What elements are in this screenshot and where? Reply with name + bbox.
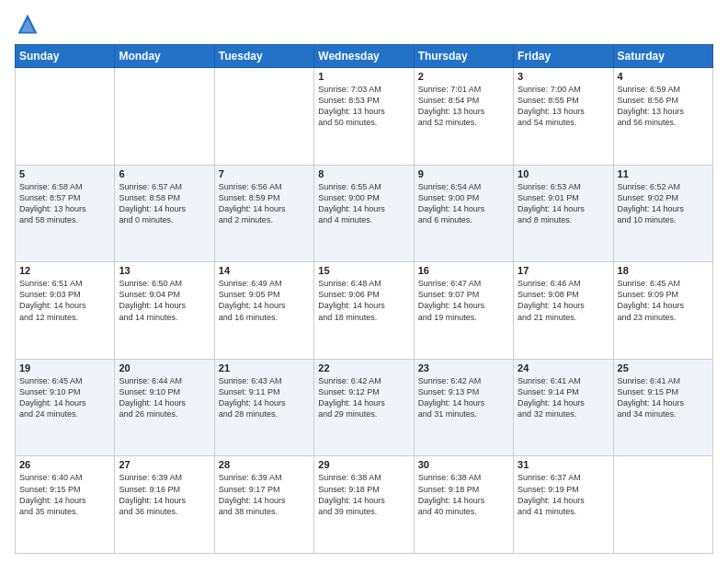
day-info: Sunrise: 7:00 AM Sunset: 8:55 PM Dayligh… [518,84,609,129]
day-info: Sunrise: 6:42 AM Sunset: 9:12 PM Dayligh… [318,375,409,420]
calendar-cell: 7Sunrise: 6:56 AM Sunset: 8:59 PM Daylig… [214,165,313,262]
day-number: 4 [618,71,709,82]
calendar-cell: 12Sunrise: 6:51 AM Sunset: 9:03 PM Dayli… [16,262,115,360]
week-row-1: 1Sunrise: 7:03 AM Sunset: 8:53 PM Daylig… [16,68,713,166]
calendar-cell: 3Sunrise: 7:00 AM Sunset: 8:55 PM Daylig… [514,68,613,166]
day-number: 28 [219,459,310,470]
day-number: 3 [518,71,609,82]
day-number: 19 [19,362,110,373]
day-info: Sunrise: 7:01 AM Sunset: 8:54 PM Dayligh… [418,84,509,129]
calendar-cell: 9Sunrise: 6:54 AM Sunset: 9:00 PM Daylig… [414,165,513,262]
calendar-cell: 28Sunrise: 6:39 AM Sunset: 9:17 PM Dayli… [214,456,313,554]
day-info: Sunrise: 6:53 AM Sunset: 9:01 PM Dayligh… [518,181,609,226]
day-number: 7 [219,168,310,179]
calendar-cell: 15Sunrise: 6:48 AM Sunset: 9:06 PM Dayli… [314,262,414,360]
day-number: 1 [318,71,409,82]
day-info: Sunrise: 6:56 AM Sunset: 8:59 PM Dayligh… [219,181,310,226]
day-info: Sunrise: 6:50 AM Sunset: 9:04 PM Dayligh… [119,278,210,323]
calendar-cell: 13Sunrise: 6:50 AM Sunset: 9:04 PM Dayli… [115,262,214,360]
day-number: 15 [318,265,409,276]
day-info: Sunrise: 6:37 AM Sunset: 9:19 PM Dayligh… [518,472,609,517]
calendar-cell: 18Sunrise: 6:45 AM Sunset: 9:09 PM Dayli… [613,262,712,360]
weekday-monday: Monday [115,45,214,68]
weekday-saturday: Saturday [613,45,712,68]
day-number: 21 [219,362,310,373]
logo-icon [15,11,40,37]
day-number: 23 [418,362,509,373]
day-number: 24 [518,362,609,373]
day-info: Sunrise: 6:38 AM Sunset: 9:18 PM Dayligh… [318,472,409,517]
logo [15,11,44,37]
day-info: Sunrise: 6:57 AM Sunset: 8:58 PM Dayligh… [119,181,210,226]
calendar-cell: 8Sunrise: 6:55 AM Sunset: 9:00 PM Daylig… [314,165,414,262]
day-number: 14 [219,265,310,276]
week-row-5: 26Sunrise: 6:40 AM Sunset: 9:15 PM Dayli… [16,456,713,554]
day-number: 22 [318,362,409,373]
day-number: 2 [418,71,509,82]
day-number: 29 [318,459,409,470]
calendar-cell: 14Sunrise: 6:49 AM Sunset: 9:05 PM Dayli… [214,262,313,360]
calendar-cell [613,456,712,554]
day-info: Sunrise: 6:47 AM Sunset: 9:07 PM Dayligh… [418,278,509,323]
day-info: Sunrise: 6:54 AM Sunset: 9:00 PM Dayligh… [418,181,509,226]
calendar-cell: 25Sunrise: 6:41 AM Sunset: 9:15 PM Dayli… [613,359,712,456]
weekday-header-row: SundayMondayTuesdayWednesdayThursdayFrid… [16,45,713,68]
day-info: Sunrise: 6:46 AM Sunset: 9:08 PM Dayligh… [518,278,609,323]
day-info: Sunrise: 7:03 AM Sunset: 8:53 PM Dayligh… [318,84,409,129]
calendar-cell: 4Sunrise: 6:59 AM Sunset: 8:56 PM Daylig… [613,68,712,166]
day-number: 20 [119,362,210,373]
day-number: 27 [119,459,210,470]
day-number: 31 [518,459,609,470]
calendar-cell: 27Sunrise: 6:39 AM Sunset: 9:16 PM Dayli… [115,456,214,554]
calendar-cell: 10Sunrise: 6:53 AM Sunset: 9:01 PM Dayli… [514,165,613,262]
calendar-cell: 19Sunrise: 6:45 AM Sunset: 9:10 PM Dayli… [16,359,115,456]
calendar-cell: 16Sunrise: 6:47 AM Sunset: 9:07 PM Dayli… [414,262,513,360]
weekday-tuesday: Tuesday [214,45,313,68]
calendar-cell: 26Sunrise: 6:40 AM Sunset: 9:15 PM Dayli… [16,456,115,554]
calendar-cell: 2Sunrise: 7:01 AM Sunset: 8:54 PM Daylig… [414,68,513,166]
week-row-4: 19Sunrise: 6:45 AM Sunset: 9:10 PM Dayli… [16,359,713,456]
day-info: Sunrise: 6:44 AM Sunset: 9:10 PM Dayligh… [119,375,210,420]
week-row-3: 12Sunrise: 6:51 AM Sunset: 9:03 PM Dayli… [16,262,713,360]
day-number: 30 [418,459,509,470]
day-info: Sunrise: 6:52 AM Sunset: 9:02 PM Dayligh… [618,181,709,226]
day-info: Sunrise: 6:55 AM Sunset: 9:00 PM Dayligh… [318,181,409,226]
day-info: Sunrise: 6:41 AM Sunset: 9:15 PM Dayligh… [618,375,709,420]
calendar-cell: 22Sunrise: 6:42 AM Sunset: 9:12 PM Dayli… [314,359,414,456]
day-number: 6 [119,168,210,179]
day-info: Sunrise: 6:41 AM Sunset: 9:14 PM Dayligh… [518,375,609,420]
day-info: Sunrise: 6:49 AM Sunset: 9:05 PM Dayligh… [219,278,310,323]
calendar-cell [115,68,214,166]
day-info: Sunrise: 6:45 AM Sunset: 9:09 PM Dayligh… [618,278,709,323]
calendar-cell: 24Sunrise: 6:41 AM Sunset: 9:14 PM Dayli… [514,359,613,456]
day-number: 10 [518,168,609,179]
day-number: 16 [418,265,509,276]
day-info: Sunrise: 6:59 AM Sunset: 8:56 PM Dayligh… [618,84,709,129]
calendar-cell [16,68,115,166]
day-info: Sunrise: 6:39 AM Sunset: 9:16 PM Dayligh… [119,472,210,517]
calendar-cell: 17Sunrise: 6:46 AM Sunset: 9:08 PM Dayli… [514,262,613,360]
day-info: Sunrise: 6:40 AM Sunset: 9:15 PM Dayligh… [19,472,110,517]
day-info: Sunrise: 6:43 AM Sunset: 9:11 PM Dayligh… [219,375,310,420]
day-number: 11 [618,168,709,179]
calendar-cell: 23Sunrise: 6:42 AM Sunset: 9:13 PM Dayli… [414,359,513,456]
day-number: 26 [19,459,110,470]
header [15,11,713,37]
weekday-thursday: Thursday [414,45,513,68]
weekday-friday: Friday [514,45,613,68]
day-number: 5 [19,168,110,179]
day-number: 13 [119,265,210,276]
calendar-cell: 30Sunrise: 6:38 AM Sunset: 9:18 PM Dayli… [414,456,513,554]
week-row-2: 5Sunrise: 6:58 AM Sunset: 8:57 PM Daylig… [16,165,713,262]
day-info: Sunrise: 6:51 AM Sunset: 9:03 PM Dayligh… [19,278,110,323]
day-number: 8 [318,168,409,179]
day-number: 9 [418,168,509,179]
day-number: 18 [618,265,709,276]
day-info: Sunrise: 6:39 AM Sunset: 9:17 PM Dayligh… [219,472,310,517]
day-info: Sunrise: 6:48 AM Sunset: 9:06 PM Dayligh… [318,278,409,323]
calendar: SundayMondayTuesdayWednesdayThursdayFrid… [15,44,713,554]
day-info: Sunrise: 6:42 AM Sunset: 9:13 PM Dayligh… [418,375,509,420]
calendar-cell: 11Sunrise: 6:52 AM Sunset: 9:02 PM Dayli… [613,165,712,262]
day-info: Sunrise: 6:38 AM Sunset: 9:18 PM Dayligh… [418,472,509,517]
page: SundayMondayTuesdayWednesdayThursdayFrid… [0,0,728,563]
